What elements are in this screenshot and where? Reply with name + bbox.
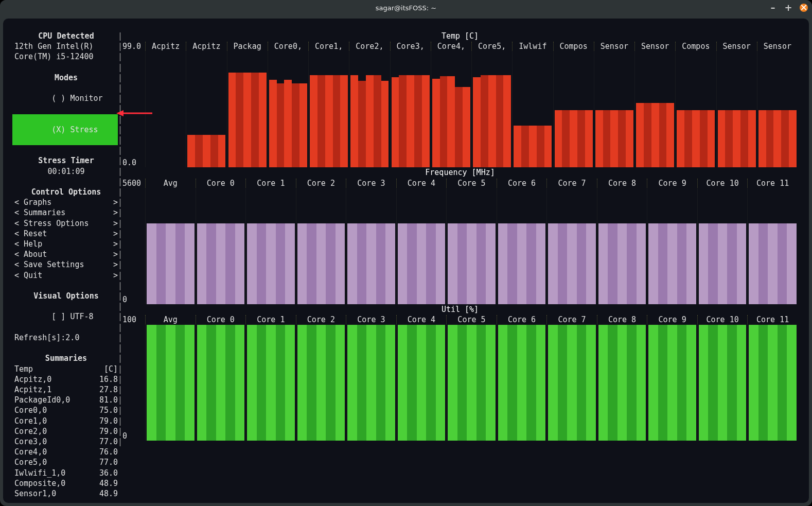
chart-bar — [627, 325, 637, 441]
chart-column — [546, 188, 597, 304]
chart-bar — [618, 110, 626, 167]
chart-column — [431, 51, 471, 167]
control-item-quit[interactable]: < Quit> — [14, 270, 118, 281]
panel-separator: |||||||||||||||||||||||||||||||||||||||| — [118, 31, 122, 499]
chart-bar — [610, 110, 618, 167]
chart-bar — [503, 75, 511, 168]
summary-row: Core4,076.0 — [14, 447, 118, 457]
chart-bar — [243, 73, 251, 167]
summary-value: 81.0 — [99, 395, 118, 405]
chart-bar — [476, 223, 486, 304]
chart-column-header: Acpitz — [145, 42, 186, 51]
control-item-summaries[interactable]: < Summaries> — [14, 207, 118, 218]
chart-column — [396, 188, 447, 304]
chart-bar — [284, 80, 292, 167]
chart-bar — [789, 110, 797, 167]
chart-bar — [257, 325, 267, 441]
chart-bar — [269, 80, 277, 167]
summary-name: Composite,0 — [14, 478, 65, 488]
mode-monitor[interactable]: ( ) Monitor — [14, 83, 118, 114]
chart-column-header: Core 3 — [346, 315, 396, 324]
chart-column — [634, 51, 675, 167]
chart-bar — [768, 223, 778, 304]
chart-column — [396, 325, 447, 441]
chart-column-header: Sensor — [594, 42, 634, 51]
chart-bar — [658, 325, 668, 441]
chart-bar — [357, 325, 367, 441]
control-item-help[interactable]: < Help> — [14, 239, 118, 249]
chevron-right-icon: > — [113, 218, 118, 229]
stress-timer-heading: Stress Timer — [14, 155, 118, 166]
chart-bar — [677, 110, 684, 167]
chart-bar — [748, 110, 756, 167]
chart-bar — [536, 325, 546, 441]
maximize-icon[interactable]: + — [784, 4, 792, 12]
chart-bar — [708, 223, 718, 304]
close-icon[interactable]: ✕ — [800, 4, 808, 12]
control-item-graphs[interactable]: < Graphs> — [14, 197, 118, 207]
summary-row: Core3,077.0 — [14, 437, 118, 447]
chart-bar — [197, 325, 207, 441]
control-item-label: Help — [24, 239, 113, 249]
minimize-icon[interactable]: – — [769, 4, 777, 12]
chart-column-header: Core 11 — [747, 179, 798, 188]
chart-bar — [586, 325, 596, 441]
chart-bar — [426, 223, 436, 304]
chart-column-header: Core1, — [308, 42, 349, 51]
chart-column-header: Core5, — [471, 42, 512, 51]
chart-bar — [392, 77, 399, 167]
chart-bar — [718, 110, 726, 167]
chart-bar — [277, 83, 285, 168]
chart-bar — [617, 223, 627, 304]
chart-column — [512, 51, 553, 167]
chart-bar — [228, 73, 236, 167]
chart-bar — [608, 223, 617, 304]
chart-column — [196, 188, 246, 304]
chart-column — [296, 188, 346, 304]
cpu-model-line1: 12th Gen Intel(R) — [14, 41, 118, 51]
chart-bar — [570, 110, 577, 167]
summary-value: 48.9 — [99, 488, 118, 499]
cpu-detected-heading: CPU Detected — [14, 31, 118, 41]
graphs-panel: Temp [C]99.0AcpitzAcpitzPackagCore0,Core… — [122, 31, 798, 499]
chart-column — [186, 51, 226, 167]
summary-value: 75.0 — [99, 405, 118, 415]
chart-bar — [787, 223, 797, 304]
chart-column — [597, 325, 647, 441]
chart-column — [594, 51, 634, 167]
chart-bar — [166, 223, 175, 304]
chart-bar — [598, 325, 608, 441]
cpu-model-line2: Core(TM) i5-12400 — [14, 51, 118, 62]
chart-bar — [648, 325, 658, 441]
mode-stress[interactable]: (X) Stress — [12, 114, 118, 146]
chart-bar — [725, 110, 733, 167]
window-controls: – + ✕ — [769, 0, 808, 15]
control-item-reset[interactable]: < Reset> — [14, 229, 118, 239]
chart-bar — [432, 79, 440, 168]
chart-bar — [210, 135, 218, 167]
utf8-toggle[interactable]: [ ] UTF-8 — [14, 301, 118, 333]
summary-row: Iwlwifi_1,036.0 — [14, 468, 118, 478]
chart-bar — [347, 325, 357, 441]
chart-column-header: Core 4 — [396, 315, 447, 324]
refresh-rate[interactable]: Refresh[s]:2.0 — [14, 333, 118, 343]
chart-column — [647, 188, 697, 304]
chart-bar — [407, 325, 417, 441]
titlebar[interactable]: sagar@itsFOSS: ~ – + ✕ — [0, 0, 812, 15]
chart-header-row: 99.0AcpitzAcpitzPackagCore0,Core1,Core2,… — [122, 41, 798, 51]
chart-bar — [247, 325, 257, 441]
chart-section: Util [%]100AvgCore 0Core 1Core 2Core 3Co… — [122, 304, 798, 441]
control-item-about[interactable]: < About> — [14, 249, 118, 259]
summary-unit-row: Temp [C] — [14, 364, 118, 374]
chart-bar — [787, 325, 797, 441]
control-item-save-settings[interactable]: < Save Settings> — [14, 259, 118, 270]
chart-bar — [526, 325, 536, 441]
chart-bar — [326, 223, 336, 304]
chevron-right-icon: > — [113, 229, 118, 239]
chart-bar — [436, 223, 446, 304]
chart-bar — [758, 223, 768, 304]
control-item-label: Save Settings — [24, 259, 113, 270]
chart-bar — [626, 110, 633, 167]
chart-bar — [603, 110, 611, 167]
control-item-stress-options[interactable]: < Stress Options> — [14, 218, 118, 229]
